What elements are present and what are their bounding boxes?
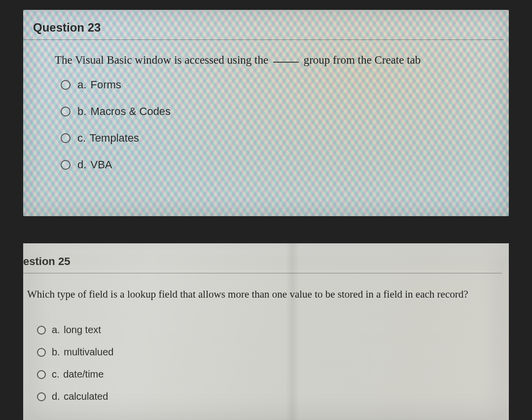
- question-prompt: The Visual Basic window is accessed usin…: [23, 40, 509, 67]
- option-a[interactable]: a. long text: [37, 324, 509, 336]
- option-d[interactable]: d. calculated: [37, 391, 509, 402]
- question-23-card: Question 23 The Visual Basic window is a…: [23, 10, 509, 216]
- radio-icon[interactable]: [37, 392, 46, 401]
- radio-icon[interactable]: [61, 160, 71, 170]
- option-letter: b.: [77, 105, 86, 117]
- option-text: multivalued: [64, 346, 113, 357]
- question-prompt: Which type of field is a lookup field th…: [23, 273, 509, 301]
- radio-icon[interactable]: [37, 370, 46, 379]
- option-text: Macros & Codes: [90, 105, 171, 117]
- option-c[interactable]: c. date/time: [37, 369, 509, 380]
- radio-icon[interactable]: [37, 326, 46, 335]
- option-c[interactable]: c. Templates: [61, 132, 509, 145]
- option-letter: a.: [77, 78, 86, 91]
- prompt-text-post: group from the Create tab: [304, 54, 421, 66]
- option-b[interactable]: b. multivalued: [37, 346, 509, 358]
- option-label: b. multivalued: [52, 346, 113, 358]
- option-text: date/time: [63, 369, 104, 380]
- radio-icon[interactable]: [37, 348, 46, 357]
- option-a[interactable]: a. Forms: [61, 78, 509, 91]
- option-letter: c.: [52, 369, 60, 380]
- option-text: VBA: [90, 158, 112, 171]
- radio-icon[interactable]: [61, 80, 71, 90]
- option-letter: b.: [52, 346, 60, 357]
- option-d[interactable]: d. VBA: [61, 158, 509, 171]
- option-label: c. date/time: [52, 369, 104, 380]
- option-letter: d.: [77, 158, 86, 171]
- option-letter: d.: [52, 391, 60, 402]
- radio-icon[interactable]: [61, 107, 71, 116]
- question-heading: estion 25: [23, 243, 502, 273]
- radio-icon[interactable]: [61, 133, 71, 143]
- option-label: b. Macros & Codes: [77, 105, 171, 118]
- option-letter: a.: [52, 324, 60, 335]
- question-heading: Question 23: [23, 10, 504, 40]
- option-letter: c.: [77, 132, 86, 144]
- option-text: Forms: [90, 78, 121, 91]
- prompt-text-pre: The Visual Basic window is accessed usin…: [55, 54, 268, 66]
- option-label: d. calculated: [52, 391, 108, 402]
- option-label: d. VBA: [77, 158, 112, 171]
- options-list: a. Forms b. Macros & Codes c. Templates: [23, 67, 509, 171]
- option-label: a. Forms: [77, 78, 121, 91]
- option-label: c. Templates: [77, 132, 139, 145]
- option-b[interactable]: b. Macros & Codes: [61, 105, 509, 118]
- option-text: long text: [64, 324, 101, 335]
- option-text: Templates: [90, 132, 139, 144]
- option-label: a. long text: [52, 324, 101, 336]
- option-text: calculated: [64, 391, 108, 402]
- page: Question 23 The Visual Basic window is a…: [0, 0, 532, 420]
- options-list: a. long text b. multivalued c. date/time: [23, 301, 509, 402]
- fill-blank: [273, 62, 299, 63]
- question-25-card: estion 25 Which type of field is a looku…: [23, 243, 509, 420]
